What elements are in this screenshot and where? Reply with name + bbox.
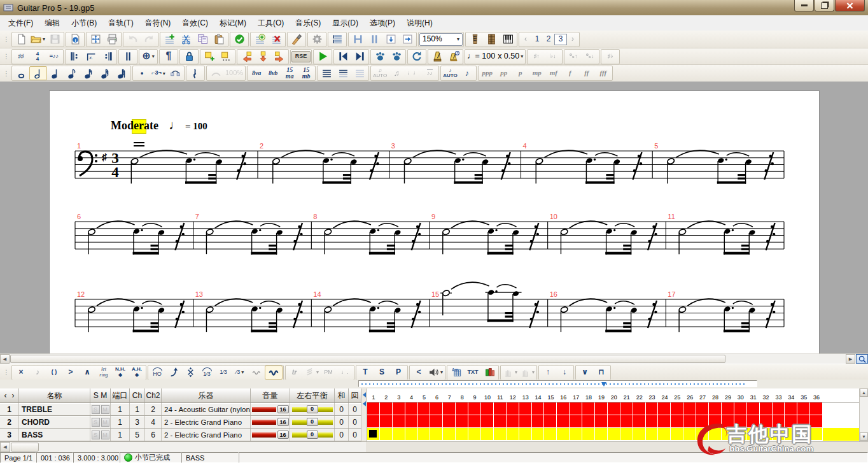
port-cell[interactable]: 1 <box>111 416 130 428</box>
beam-split-button[interactable]: ♩♩ <box>405 67 421 80</box>
grid-cell[interactable] <box>443 428 456 441</box>
balance-value[interactable]: 0 <box>307 431 318 439</box>
goto-marker-button[interactable] <box>255 50 271 63</box>
relative-speed-select[interactable]: x 0.50▾ <box>496 50 524 63</box>
track-nav-left-icon[interactable]: ‹ <box>2 391 10 400</box>
solo-button[interactable]: S <box>92 418 100 427</box>
mute-button[interactable]: M <box>101 431 109 439</box>
grid-cell[interactable] <box>734 402 747 415</box>
track-nav-right-icon[interactable]: › <box>10 391 17 400</box>
grid-cell[interactable] <box>393 415 405 428</box>
slide-legato-button[interactable]: 1⁄3 <box>199 366 215 379</box>
table-hscrollbar[interactable]: ◀ <box>0 441 366 452</box>
popping-button[interactable]: P <box>390 366 407 379</box>
ottava-8va-button[interactable]: 8va <box>248 67 265 80</box>
restore-button[interactable] <box>815 0 834 11</box>
marker-list-button[interactable] <box>218 50 234 63</box>
last-measure-button[interactable] <box>351 50 368 63</box>
dynamic-ppp-button[interactable]: ppp <box>479 67 496 80</box>
mix-table-change-button[interactable] <box>481 366 498 379</box>
tremolo-bar-button[interactable] <box>182 366 199 379</box>
play-speed-button[interactable] <box>372 50 388 63</box>
slapping-button[interactable]: S <box>374 366 390 379</box>
mute-button[interactable]: M <box>101 418 109 427</box>
menu-music[interactable]: 音乐(S) <box>290 16 326 31</box>
volume-slider[interactable] <box>252 432 276 438</box>
double-bar-button[interactable] <box>120 50 136 63</box>
prev-page-button[interactable]: ‹ <box>520 33 531 46</box>
grid-cell[interactable] <box>722 402 734 415</box>
repeat-playback-button[interactable] <box>409 50 425 63</box>
reverb-cell[interactable]: 0 <box>349 403 361 415</box>
playback-progress-bar[interactable] <box>358 380 757 387</box>
grid-cell[interactable] <box>709 402 722 415</box>
mute-button[interactable]: M <box>101 405 109 414</box>
grid-cell[interactable] <box>430 428 443 441</box>
grid-cell[interactable] <box>405 428 418 441</box>
dead-note-button[interactable]: × <box>13 366 29 379</box>
score-canvas[interactable]: 12345♯3467891011121314151617 <box>50 91 819 353</box>
rse-button[interactable]: RSE <box>291 51 311 62</box>
grid-cell[interactable] <box>810 402 823 415</box>
grid-cell[interactable] <box>557 428 570 441</box>
next-marker-button[interactable] <box>271 50 288 63</box>
page-3-button[interactable]: 3 <box>554 34 567 45</box>
triplet-feel-button[interactable]: =♪♪ <box>46 50 62 63</box>
grid-cell[interactable] <box>519 402 532 415</box>
menu-display[interactable]: 显示(D) <box>326 16 364 31</box>
toolbar-drag-handle[interactable]: ⋮ <box>3 53 10 60</box>
insert-marker-button[interactable] <box>201 50 218 63</box>
track-name-cell[interactable]: TREBLE <box>19 403 90 415</box>
beam-join-button[interactable]: ♫ <box>388 67 405 80</box>
countdown-button[interactable] <box>445 50 462 63</box>
port-cell[interactable]: 1 <box>111 429 130 441</box>
grid-cell[interactable] <box>519 415 532 428</box>
ghost-note-button[interactable]: ( ) <box>46 366 62 379</box>
grid-cell[interactable] <box>507 428 519 441</box>
left-hand-fingering-button[interactable]: ▾ <box>501 366 519 379</box>
open-file-button[interactable]: ▾ <box>29 33 46 46</box>
menu-edit[interactable]: 编辑 <box>39 16 66 31</box>
shift-string-up-button[interactable]: ⁰₅↑ <box>565 50 582 63</box>
grid-cell[interactable] <box>683 402 696 415</box>
accent-button[interactable]: > <box>62 366 79 379</box>
grace-note-button[interactable]: ♪ <box>29 366 46 379</box>
menu-bar[interactable]: 小节(B) <box>66 16 102 31</box>
dynamic-f-button[interactable]: f <box>562 67 578 80</box>
balance-value[interactable]: 0 <box>307 418 318 426</box>
channel2-cell[interactable]: 2 <box>145 403 162 415</box>
delete-track-button[interactable] <box>268 33 284 46</box>
add-track-button[interactable] <box>251 33 268 46</box>
coda-button[interactable]: ⊕▾ <box>140 50 157 63</box>
menu-options[interactable]: 选项(P) <box>364 16 401 31</box>
grid-cell[interactable] <box>393 402 405 415</box>
grid-cell[interactable] <box>595 415 608 428</box>
grid-cell[interactable] <box>544 428 557 441</box>
grid-cell[interactable] <box>418 402 431 415</box>
ottava-15mb-button[interactable]: 15 mb <box>298 67 314 80</box>
horizontal-view-button[interactable] <box>349 33 366 46</box>
menu-markers[interactable]: 标记(M) <box>214 16 252 31</box>
save-button[interactable] <box>46 33 63 46</box>
chorus-cell[interactable]: 0 <box>335 403 349 415</box>
grid-cell[interactable] <box>671 402 683 415</box>
channel2-cell[interactable]: 6 <box>145 429 162 441</box>
scrollbar-thumb[interactable] <box>10 355 725 363</box>
toolbar-drag-handle[interactable]: ⋮ <box>3 369 10 376</box>
grid-cell[interactable] <box>494 428 507 441</box>
volume-swell-button[interactable]: ▾ <box>427 366 444 379</box>
page-setup-button[interactable] <box>87 33 104 46</box>
grid-cell[interactable] <box>380 428 393 441</box>
dynamic-ff-button[interactable]: ff <box>578 67 595 80</box>
grid-cell[interactable] <box>646 415 659 428</box>
bend-button[interactable] <box>165 366 182 379</box>
grid-cell[interactable] <box>418 415 431 428</box>
fade-in-button[interactable]: < <box>410 366 427 379</box>
fretboard-view-button[interactable] <box>483 33 500 46</box>
wide-vibrato-button[interactable] <box>265 366 283 380</box>
ottava-15ma-button[interactable]: 15 ma <box>281 67 298 80</box>
volume-slider[interactable] <box>252 420 276 425</box>
pick-stroke-down-button[interactable]: ∨ <box>577 366 593 379</box>
grid-cell[interactable] <box>456 428 468 441</box>
grid-cell[interactable] <box>532 402 545 415</box>
